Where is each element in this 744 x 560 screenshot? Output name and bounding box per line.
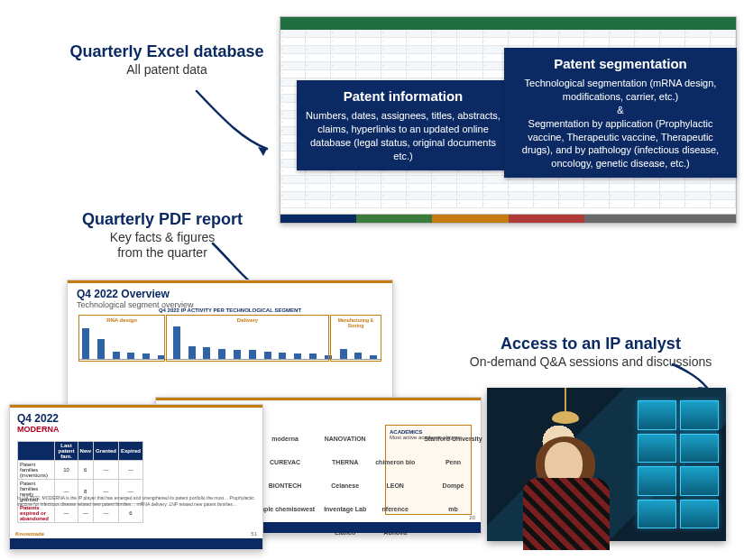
overview-chart: RNA design Delivery Manufacturing & Stor…	[78, 317, 381, 371]
excel-screenshot: ········································…	[280, 16, 737, 224]
moderna-quarter: Q4 2022	[17, 412, 60, 425]
company-logo: Dompé	[424, 482, 482, 489]
label-excel-sub: All patent data	[63, 62, 271, 78]
company-logo: Celanese	[324, 482, 366, 489]
overlay-patent-seg-body: Technological segmentation (mRNA design,…	[513, 77, 728, 170]
report-card-moderna: Q4 2022 MODERNA Last patent fam.NewGrant…	[9, 404, 263, 550]
logos-grid: modernaNANOVATIONStanford UniversityCURE…	[255, 428, 381, 515]
label-pdf-title: Quarterly PDF report	[63, 209, 262, 230]
label-excel-title: Quarterly Excel database	[63, 41, 271, 62]
overlay-patent-info-body: Numbers, dates, assignees, titles, abstr…	[306, 109, 501, 162]
company-logo: chimeron bio	[375, 459, 415, 465]
overview-title: Q4 2022 Overview	[77, 288, 194, 300]
infographic-stage: Quarterly Excel database All patent data…	[0, 0, 744, 560]
chart-group-delivery: Delivery	[166, 315, 328, 362]
logos-page: 20	[469, 515, 475, 520]
overlay-patent-info: Patent information Numbers, dates, assig…	[297, 80, 510, 170]
company-logo: NANOVATION	[324, 436, 366, 442]
analyst-image	[487, 388, 726, 541]
label-excel: Quarterly Excel database All patent data	[63, 41, 271, 78]
chart-group-delivery-label: Delivery	[167, 317, 327, 323]
company-logo: moderna	[255, 436, 315, 442]
company-logo: LEON	[375, 482, 415, 489]
excel-ribbon	[280, 17, 736, 30]
excel-sheet-tabs	[280, 214, 736, 223]
company-logo: CUREVAC	[255, 459, 315, 465]
moderna-brand: Knowmade	[15, 531, 44, 537]
moderna-table: Last patent fam.NewGrantedExpiredPatent …	[17, 441, 143, 523]
overlay-patent-info-title: Patent information	[306, 87, 501, 106]
company-logo: nference	[375, 506, 415, 512]
company-logo: maple chemisowest	[255, 506, 315, 512]
chart-group-rna-label: RNA design	[79, 317, 164, 323]
label-analyst-title: Access to an IP analyst	[442, 334, 739, 354]
overview-chart-header: Q4 2022 IP ACTIVITY PER TECHNOLOGICAL SE…	[68, 308, 392, 313]
chart-group-mfg-label: Manufacturing & Storing	[331, 317, 381, 328]
chart-group-mfg: Manufacturing & Storing	[330, 315, 381, 362]
moderna-company: MODERNA	[17, 425, 60, 434]
chart-group-rna: RNA design	[78, 315, 165, 362]
company-logo: mb	[424, 506, 482, 512]
company-logo: BIONTECH	[255, 482, 315, 489]
company-logo: Stanford University	[424, 436, 482, 442]
overlay-patent-seg-title: Patent segmentation	[513, 55, 728, 73]
moderna-body-text: In Q4 2022, MODERNA is the IP player tha…	[17, 495, 255, 507]
company-logo: Inventage Lab	[324, 506, 366, 512]
company-logo: Penn	[424, 459, 482, 465]
moderna-page: 51	[251, 531, 257, 537]
company-logo: THERNA	[324, 459, 366, 465]
arrow-excel	[189, 86, 280, 167]
overlay-patent-seg: Patent segmentation Technological segmen…	[504, 48, 737, 178]
